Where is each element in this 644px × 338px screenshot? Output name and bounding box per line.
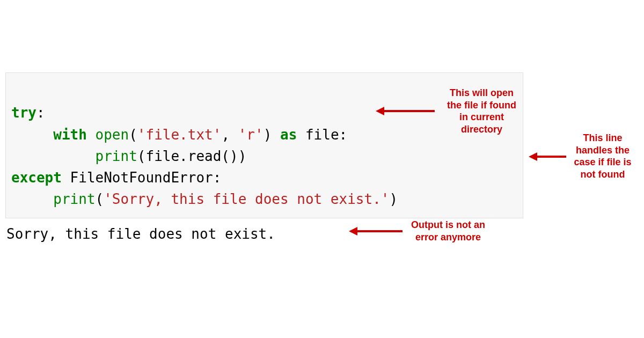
annotation-except: This line handles the case if file is no… [568,132,638,180]
code-line-4: except FileNotFoundError: [11,170,221,186]
print-fn-1: print [96,148,137,164]
except-keyword: except [11,170,62,186]
file-string: 'file.txt' [137,127,222,143]
figure-container: try: with open('file.txt', 'r') as file:… [5,72,639,244]
print-fn-2: print [53,191,95,207]
exception-name: FileNotFoundError: [62,170,221,186]
file-read: (file.read()) [137,148,247,164]
arrow-line-icon [536,156,566,158]
arrow-line-icon [383,110,435,112]
code-line-3: print(file.read()) [11,148,246,164]
output-text: Sorry, this file does not exist. [5,218,276,244]
rparen: ) [264,127,272,143]
try-keyword: try [11,105,36,121]
code-line-2: with open('file.txt', 'r') as file: [11,127,347,143]
with-keyword: with [53,127,87,143]
sorry-string: 'Sorry, this file does not exist.' [104,191,389,207]
rparen2: ) [389,191,398,207]
output-line: Sorry, this file does not exist. [5,218,639,244]
colon: : [36,105,45,121]
comma: , [221,127,238,143]
arrow-line-icon [356,230,402,232]
file-var: file: [297,127,347,143]
mode-string: 'r' [238,127,264,143]
lparen: ( [129,127,137,143]
as-keyword: as [280,127,297,143]
annotation-open-file: This will open the file if found in curr… [437,87,526,135]
code-line-1: try: [11,105,45,121]
code-line-5: print('Sorry, this file does not exist.'… [11,191,398,207]
annotation-output: Output is not an error anymore [405,219,491,243]
open-fn: open [96,127,129,143]
lparen2: ( [96,191,104,207]
